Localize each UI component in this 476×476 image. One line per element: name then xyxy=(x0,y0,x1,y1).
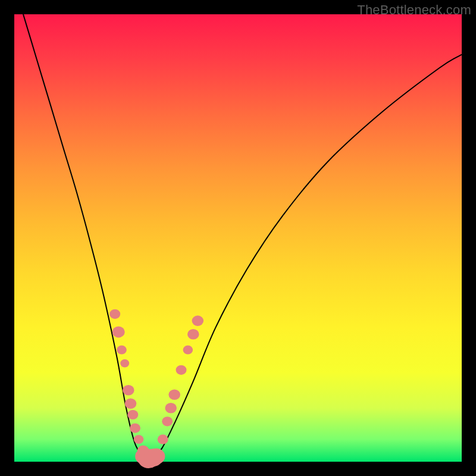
marker-point xyxy=(109,309,120,319)
marker-point xyxy=(165,403,177,414)
bottleneck-curve xyxy=(23,14,462,459)
chart-frame: TheBottleneck.com xyxy=(0,0,476,476)
marker-point xyxy=(183,346,193,355)
marker-point xyxy=(112,326,125,337)
marker-point xyxy=(176,365,187,375)
marker-point xyxy=(117,346,127,355)
marker-point xyxy=(192,315,204,326)
marker-point xyxy=(123,385,134,396)
marker-point xyxy=(162,416,173,426)
plot-area xyxy=(14,14,462,462)
marker-point xyxy=(187,329,199,340)
marker-point xyxy=(134,435,144,444)
marker-point xyxy=(127,410,138,419)
marker-point xyxy=(168,389,180,400)
marker-point xyxy=(120,359,129,368)
marker-point xyxy=(125,398,137,409)
marker-point xyxy=(158,434,168,444)
curve-svg xyxy=(14,14,462,462)
marker-point xyxy=(147,449,165,465)
marker-point xyxy=(130,424,140,433)
watermark-text: TheBottleneck.com xyxy=(357,2,471,18)
